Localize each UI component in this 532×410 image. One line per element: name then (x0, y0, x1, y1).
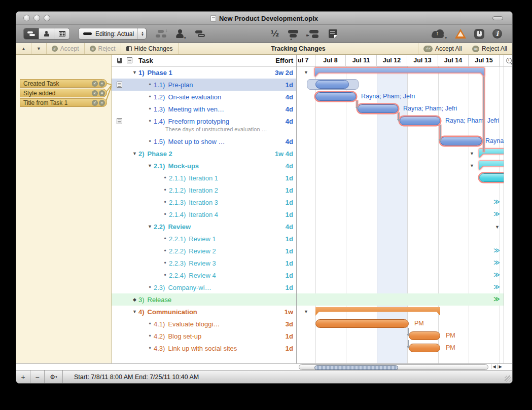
horizontal-scrollbar-track[interactable] (299, 364, 488, 370)
sync-cloud-icon[interactable]: ↑▾ (431, 28, 447, 40)
resize-grip[interactable] (505, 376, 511, 382)
gantt-disclosure-triangle[interactable]: ▼ (304, 70, 308, 75)
task-row[interactable]: •4.2)Blog set-up1d (112, 330, 296, 342)
level-resources-icon[interactable] (288, 28, 298, 40)
task-row[interactable]: ◆3)Release (112, 293, 296, 306)
task-row[interactable]: ▼2.1)Mock-ups4d (112, 160, 296, 172)
gantt-task-bar[interactable] (358, 104, 398, 113)
offscreen-task-chevron[interactable]: ≫ (493, 295, 500, 303)
disclosure-triangle[interactable]: ▼ (146, 163, 154, 168)
disclosure-triangle[interactable]: ▼ (131, 309, 138, 314)
offscreen-task-chevron[interactable]: ≫ (493, 198, 500, 205)
gantt-disclosure-triangle[interactable]: ▼ (470, 151, 474, 156)
gantt-disclosure-triangle[interactable]: ▼ (470, 163, 474, 168)
violation-warning-icon[interactable] (455, 28, 466, 40)
gantt-task-bar[interactable] (409, 331, 440, 340)
gantt-group-bracket[interactable] (315, 307, 440, 316)
gantt-task-bar[interactable] (315, 80, 349, 89)
task-row[interactable]: •1.5)Meet up to show …4d (112, 135, 296, 147)
split-half-icon[interactable]: ½ (271, 28, 279, 40)
gantt-task-bar[interactable] (479, 173, 504, 182)
inspector-info-icon[interactable]: i (492, 28, 502, 40)
task-row[interactable]: •2.1.1)Iteration 11d (112, 172, 296, 184)
badge-reject-icon[interactable]: × (99, 100, 105, 106)
task-row[interactable]: ▼2.2)Review4d (112, 220, 296, 233)
badge-accept-icon[interactable]: ✓ (92, 100, 98, 106)
timeline-zoom-cell[interactable]: + (504, 55, 513, 66)
offscreen-task-chevron[interactable]: ≫ (493, 259, 500, 266)
task-row[interactable]: •2.2.4)Review 41d (112, 269, 296, 281)
task-row[interactable]: •1.4)Freeform prototyping4dThese days of… (112, 115, 296, 135)
task-row[interactable]: •1.2)On-site evaluation4d (112, 91, 296, 103)
gantt-task-bar[interactable] (400, 117, 440, 125)
gantt-task-bar[interactable] (315, 319, 409, 328)
task-row[interactable]: •2.1.4)Iteration 41d (112, 208, 296, 220)
task-row[interactable]: ▼2)Phase 21w 4d (112, 147, 296, 160)
hide-changes-button[interactable]: Hide Changes (121, 43, 179, 54)
horizontal-scrollbar-thumb[interactable] (314, 365, 398, 370)
task-column-header[interactable]: Task (138, 57, 153, 64)
gantt-task-bar[interactable] (315, 92, 356, 101)
next-change-button[interactable]: ▼ (31, 43, 47, 54)
offscreen-task-chevron[interactable]: ≫ (493, 271, 500, 278)
task-row[interactable]: •2.2.3)Review 31d (112, 257, 296, 269)
scroll-right-arrow[interactable]: ▶ (497, 364, 503, 369)
gantt-group-bracket[interactable] (315, 68, 484, 77)
catch-up-icon[interactable] (307, 28, 320, 40)
gantt-disclosure-triangle[interactable]: ▼ (304, 309, 308, 314)
editing-stepper[interactable]: ▲▼ (137, 28, 144, 39)
action-gear-button[interactable]: ⚙▾ (45, 370, 63, 383)
reject-change-button[interactable]: × Reject (85, 43, 121, 54)
notes-icon[interactable] (329, 28, 337, 40)
task-note-icon[interactable] (117, 118, 122, 124)
disclosure-triangle[interactable]: ▼ (131, 151, 138, 156)
task-note-icon[interactable] (117, 82, 122, 88)
calendar-view-segment[interactable] (54, 28, 69, 39)
previous-change-button[interactable]: ▲ (16, 43, 31, 54)
badge-reject-icon[interactable]: × (99, 90, 105, 96)
hand-column-icon[interactable] (117, 58, 122, 63)
task-row[interactable]: •2.1.3)Iteration 31d (112, 196, 296, 208)
task-row[interactable]: •4.3)Link up with social sites1d (112, 342, 296, 354)
gantt-task-bar[interactable] (440, 137, 482, 145)
badge-reject-icon[interactable]: × (99, 81, 105, 87)
task-row[interactable]: •2.2.1)Review 11d (112, 233, 296, 245)
task-row[interactable]: ▼1)Phase 13w 2d (112, 66, 296, 79)
badge-accept-icon[interactable]: ✓ (92, 81, 98, 87)
reject-all-button[interactable]: ×× Reject All (467, 43, 512, 54)
task-row[interactable]: ▼4)Communication1w (112, 306, 296, 318)
badge-accept-icon[interactable]: ✓ (92, 90, 98, 96)
editing-popup[interactable]: Editing: Actual ▲▼ (78, 28, 147, 40)
stop-publishing-icon[interactable] (474, 28, 484, 40)
task-row[interactable]: •1.1)Pre-plan1d (112, 79, 296, 91)
gantt-group-bracket[interactable] (479, 161, 504, 170)
resources-view-segment[interactable] (39, 28, 54, 39)
task-row[interactable]: •4.1)Evaluate bloggi…3d (112, 318, 296, 330)
task-row[interactable]: •2.2.2)Review 21d (112, 245, 296, 257)
gantt-task-bar[interactable] (409, 344, 440, 352)
task-row[interactable]: •2.1.2)Iteration 21d (112, 184, 296, 196)
disclosure-triangle[interactable]: ▼ (146, 224, 154, 229)
note-column-icon[interactable] (127, 57, 132, 63)
task-row[interactable]: •2.3)Company-wi…1d (112, 281, 296, 293)
change-badge[interactable]: Title from Task 1✓× (20, 98, 107, 107)
network-arrow-icon[interactable] (156, 28, 167, 40)
accept-change-button[interactable]: ✓ Accept (47, 43, 85, 54)
offscreen-task-chevron[interactable]: ≫ (493, 247, 500, 254)
toolbar-toggle-lozenge[interactable] (492, 16, 503, 20)
change-badge[interactable]: Created Task✓× (20, 79, 107, 88)
add-task-button[interactable]: + (16, 370, 30, 383)
assign-person-icon[interactable]: ▾ (176, 28, 186, 40)
remove-task-button[interactable]: − (30, 370, 45, 383)
disclosure-triangle[interactable]: ▼ (131, 70, 138, 75)
accept-all-button[interactable]: ✓✓ Accept All (418, 43, 467, 54)
task-row[interactable]: •1.3)Meeting with ven…4d (112, 103, 296, 115)
effort-column-header[interactable]: Effort (275, 57, 293, 64)
reschedule-pill-icon[interactable] (195, 28, 205, 40)
offscreen-task-chevron[interactable]: ≫ (493, 210, 500, 217)
scroll-left-arrow[interactable]: ◀ (491, 364, 497, 369)
offscreen-group-triangle[interactable]: ▼ (495, 225, 500, 230)
tasks-view-segment[interactable] (24, 28, 39, 39)
offscreen-task-chevron[interactable]: ≫ (493, 283, 500, 290)
change-badge[interactable]: Style added✓× (20, 89, 107, 97)
